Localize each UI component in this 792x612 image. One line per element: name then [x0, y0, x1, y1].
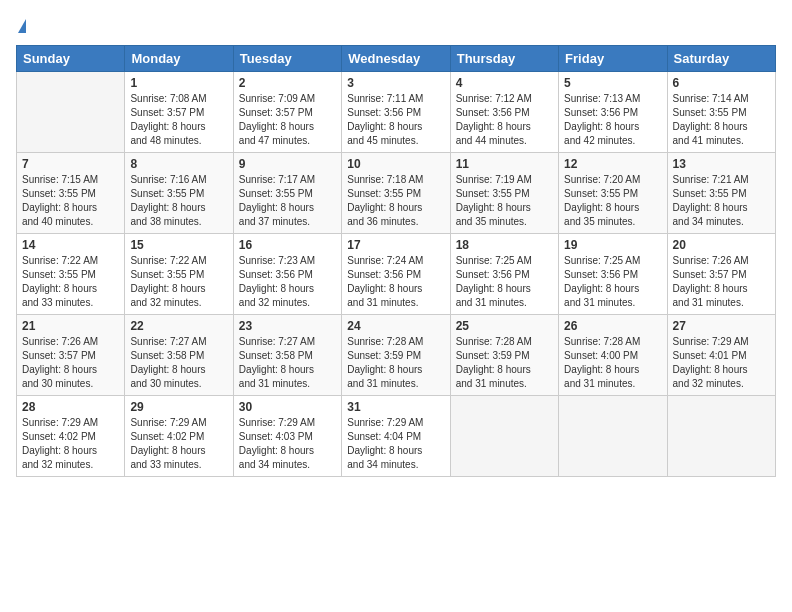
calendar-cell	[667, 396, 775, 477]
logo-icon	[18, 19, 26, 33]
calendar-cell: 7Sunrise: 7:15 AM Sunset: 3:55 PM Daylig…	[17, 153, 125, 234]
day-number: 2	[239, 76, 336, 90]
day-number: 24	[347, 319, 444, 333]
day-info: Sunrise: 7:21 AM Sunset: 3:55 PM Dayligh…	[673, 173, 770, 229]
calendar-cell: 4Sunrise: 7:12 AM Sunset: 3:56 PM Daylig…	[450, 72, 558, 153]
day-info: Sunrise: 7:11 AM Sunset: 3:56 PM Dayligh…	[347, 92, 444, 148]
calendar-week-4: 21Sunrise: 7:26 AM Sunset: 3:57 PM Dayli…	[17, 315, 776, 396]
calendar-week-3: 14Sunrise: 7:22 AM Sunset: 3:55 PM Dayli…	[17, 234, 776, 315]
calendar-cell: 10Sunrise: 7:18 AM Sunset: 3:55 PM Dayli…	[342, 153, 450, 234]
day-info: Sunrise: 7:22 AM Sunset: 3:55 PM Dayligh…	[22, 254, 119, 310]
day-number: 3	[347, 76, 444, 90]
calendar-cell: 28Sunrise: 7:29 AM Sunset: 4:02 PM Dayli…	[17, 396, 125, 477]
day-info: Sunrise: 7:22 AM Sunset: 3:55 PM Dayligh…	[130, 254, 227, 310]
weekday-header-row: SundayMondayTuesdayWednesdayThursdayFrid…	[17, 46, 776, 72]
calendar-cell: 12Sunrise: 7:20 AM Sunset: 3:55 PM Dayli…	[559, 153, 667, 234]
day-number: 10	[347, 157, 444, 171]
calendar-cell: 6Sunrise: 7:14 AM Sunset: 3:55 PM Daylig…	[667, 72, 775, 153]
day-info: Sunrise: 7:29 AM Sunset: 4:02 PM Dayligh…	[22, 416, 119, 472]
weekday-header-saturday: Saturday	[667, 46, 775, 72]
calendar-week-5: 28Sunrise: 7:29 AM Sunset: 4:02 PM Dayli…	[17, 396, 776, 477]
weekday-header-wednesday: Wednesday	[342, 46, 450, 72]
calendar-cell: 25Sunrise: 7:28 AM Sunset: 3:59 PM Dayli…	[450, 315, 558, 396]
day-number: 19	[564, 238, 661, 252]
day-info: Sunrise: 7:08 AM Sunset: 3:57 PM Dayligh…	[130, 92, 227, 148]
calendar-cell: 8Sunrise: 7:16 AM Sunset: 3:55 PM Daylig…	[125, 153, 233, 234]
calendar-cell: 23Sunrise: 7:27 AM Sunset: 3:58 PM Dayli…	[233, 315, 341, 396]
day-number: 1	[130, 76, 227, 90]
day-info: Sunrise: 7:16 AM Sunset: 3:55 PM Dayligh…	[130, 173, 227, 229]
day-info: Sunrise: 7:27 AM Sunset: 3:58 PM Dayligh…	[239, 335, 336, 391]
day-number: 12	[564, 157, 661, 171]
day-number: 4	[456, 76, 553, 90]
calendar-cell: 17Sunrise: 7:24 AM Sunset: 3:56 PM Dayli…	[342, 234, 450, 315]
day-info: Sunrise: 7:27 AM Sunset: 3:58 PM Dayligh…	[130, 335, 227, 391]
day-info: Sunrise: 7:28 AM Sunset: 3:59 PM Dayligh…	[347, 335, 444, 391]
day-number: 22	[130, 319, 227, 333]
day-info: Sunrise: 7:18 AM Sunset: 3:55 PM Dayligh…	[347, 173, 444, 229]
calendar-week-2: 7Sunrise: 7:15 AM Sunset: 3:55 PM Daylig…	[17, 153, 776, 234]
day-info: Sunrise: 7:29 AM Sunset: 4:02 PM Dayligh…	[130, 416, 227, 472]
day-number: 13	[673, 157, 770, 171]
day-info: Sunrise: 7:14 AM Sunset: 3:55 PM Dayligh…	[673, 92, 770, 148]
calendar-cell: 2Sunrise: 7:09 AM Sunset: 3:57 PM Daylig…	[233, 72, 341, 153]
day-number: 17	[347, 238, 444, 252]
day-info: Sunrise: 7:26 AM Sunset: 3:57 PM Dayligh…	[673, 254, 770, 310]
calendar-cell: 1Sunrise: 7:08 AM Sunset: 3:57 PM Daylig…	[125, 72, 233, 153]
calendar-cell: 18Sunrise: 7:25 AM Sunset: 3:56 PM Dayli…	[450, 234, 558, 315]
calendar-cell: 26Sunrise: 7:28 AM Sunset: 4:00 PM Dayli…	[559, 315, 667, 396]
day-info: Sunrise: 7:24 AM Sunset: 3:56 PM Dayligh…	[347, 254, 444, 310]
day-info: Sunrise: 7:25 AM Sunset: 3:56 PM Dayligh…	[564, 254, 661, 310]
day-info: Sunrise: 7:26 AM Sunset: 3:57 PM Dayligh…	[22, 335, 119, 391]
day-info: Sunrise: 7:28 AM Sunset: 4:00 PM Dayligh…	[564, 335, 661, 391]
day-number: 30	[239, 400, 336, 414]
day-info: Sunrise: 7:29 AM Sunset: 4:01 PM Dayligh…	[673, 335, 770, 391]
day-number: 11	[456, 157, 553, 171]
calendar-cell: 14Sunrise: 7:22 AM Sunset: 3:55 PM Dayli…	[17, 234, 125, 315]
day-info: Sunrise: 7:29 AM Sunset: 4:04 PM Dayligh…	[347, 416, 444, 472]
day-info: Sunrise: 7:20 AM Sunset: 3:55 PM Dayligh…	[564, 173, 661, 229]
day-number: 23	[239, 319, 336, 333]
weekday-header-sunday: Sunday	[17, 46, 125, 72]
calendar-cell: 15Sunrise: 7:22 AM Sunset: 3:55 PM Dayli…	[125, 234, 233, 315]
calendar-cell: 11Sunrise: 7:19 AM Sunset: 3:55 PM Dayli…	[450, 153, 558, 234]
day-number: 6	[673, 76, 770, 90]
day-info: Sunrise: 7:13 AM Sunset: 3:56 PM Dayligh…	[564, 92, 661, 148]
calendar-cell: 24Sunrise: 7:28 AM Sunset: 3:59 PM Dayli…	[342, 315, 450, 396]
day-number: 5	[564, 76, 661, 90]
calendar-table: SundayMondayTuesdayWednesdayThursdayFrid…	[16, 45, 776, 477]
weekday-header-monday: Monday	[125, 46, 233, 72]
day-number: 18	[456, 238, 553, 252]
weekday-header-tuesday: Tuesday	[233, 46, 341, 72]
day-number: 27	[673, 319, 770, 333]
day-number: 21	[22, 319, 119, 333]
calendar-cell: 3Sunrise: 7:11 AM Sunset: 3:56 PM Daylig…	[342, 72, 450, 153]
day-info: Sunrise: 7:09 AM Sunset: 3:57 PM Dayligh…	[239, 92, 336, 148]
day-info: Sunrise: 7:29 AM Sunset: 4:03 PM Dayligh…	[239, 416, 336, 472]
day-number: 29	[130, 400, 227, 414]
calendar-cell: 21Sunrise: 7:26 AM Sunset: 3:57 PM Dayli…	[17, 315, 125, 396]
calendar-body: 1Sunrise: 7:08 AM Sunset: 3:57 PM Daylig…	[17, 72, 776, 477]
day-number: 25	[456, 319, 553, 333]
calendar-cell: 16Sunrise: 7:23 AM Sunset: 3:56 PM Dayli…	[233, 234, 341, 315]
day-info: Sunrise: 7:19 AM Sunset: 3:55 PM Dayligh…	[456, 173, 553, 229]
day-info: Sunrise: 7:28 AM Sunset: 3:59 PM Dayligh…	[456, 335, 553, 391]
calendar-cell: 30Sunrise: 7:29 AM Sunset: 4:03 PM Dayli…	[233, 396, 341, 477]
day-number: 20	[673, 238, 770, 252]
day-number: 31	[347, 400, 444, 414]
day-info: Sunrise: 7:17 AM Sunset: 3:55 PM Dayligh…	[239, 173, 336, 229]
logo	[16, 16, 26, 37]
day-info: Sunrise: 7:23 AM Sunset: 3:56 PM Dayligh…	[239, 254, 336, 310]
day-number: 16	[239, 238, 336, 252]
day-number: 26	[564, 319, 661, 333]
calendar-cell: 22Sunrise: 7:27 AM Sunset: 3:58 PM Dayli…	[125, 315, 233, 396]
day-info: Sunrise: 7:12 AM Sunset: 3:56 PM Dayligh…	[456, 92, 553, 148]
calendar-cell: 9Sunrise: 7:17 AM Sunset: 3:55 PM Daylig…	[233, 153, 341, 234]
calendar-cell	[559, 396, 667, 477]
day-number: 8	[130, 157, 227, 171]
page-header	[16, 16, 776, 37]
calendar-cell: 27Sunrise: 7:29 AM Sunset: 4:01 PM Dayli…	[667, 315, 775, 396]
calendar-cell	[450, 396, 558, 477]
day-number: 9	[239, 157, 336, 171]
calendar-cell: 19Sunrise: 7:25 AM Sunset: 3:56 PM Dayli…	[559, 234, 667, 315]
